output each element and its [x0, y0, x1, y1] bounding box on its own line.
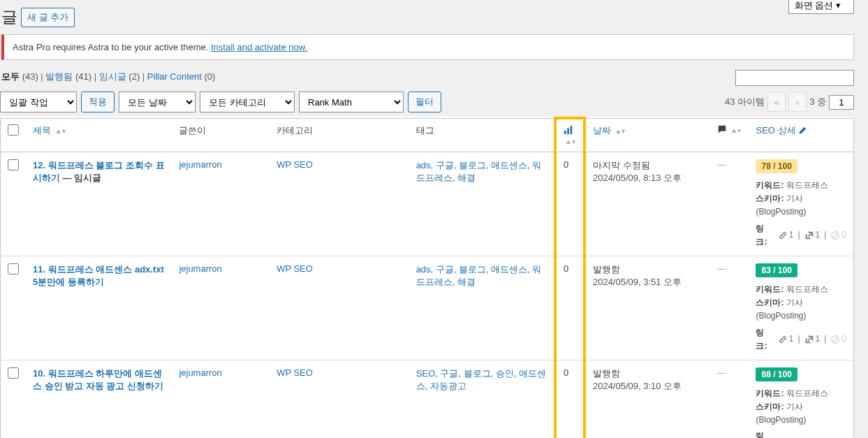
- svg-line-6: [833, 337, 838, 342]
- row-checkbox[interactable]: [8, 263, 19, 275]
- add-new-post-button[interactable]: 새 글 추가: [21, 8, 75, 27]
- screen-options-label: 화면 옵션: [795, 0, 834, 10]
- row-checkbox[interactable]: [8, 367, 19, 379]
- comments-count: —: [717, 159, 726, 170]
- search-input[interactable]: [735, 70, 854, 86]
- column-seo[interactable]: SEO 상세: [749, 118, 853, 152]
- internal-links: 1: [778, 228, 794, 242]
- seo-schema: 스키마: 기사 (BlogPosting): [756, 296, 846, 323]
- comments-count: —: [717, 263, 726, 274]
- seo-score-badge[interactable]: 78 / 100: [756, 159, 797, 173]
- item-count: 43 아이템: [725, 96, 765, 108]
- sort-icon: ▲▾: [730, 126, 741, 134]
- tags-links[interactable]: ads, 구글, 블로그, 애드센스, 워드프레스, 해결: [416, 160, 542, 183]
- prev-page-button[interactable]: ‹: [788, 92, 807, 112]
- svg-rect-1: [567, 128, 569, 134]
- seo-score-badge[interactable]: 88 / 100: [756, 367, 797, 381]
- post-state: — 임시글: [60, 173, 101, 183]
- apply-button[interactable]: 적용: [81, 92, 115, 112]
- filter-draft[interactable]: 임시글: [99, 71, 126, 82]
- filter-all[interactable]: 모두: [1, 71, 20, 82]
- select-all-checkbox[interactable]: [8, 124, 19, 136]
- category-filter-select[interactable]: 모든 카테고리: [200, 92, 295, 112]
- column-comments[interactable]: ▲▾: [710, 118, 749, 152]
- comment-icon: [717, 124, 727, 134]
- links-label: 링크:: [756, 430, 773, 438]
- column-title[interactable]: 제목 ▲▾: [26, 118, 172, 152]
- external-links: 1: [804, 228, 821, 242]
- category-link[interactable]: WP SEO: [277, 263, 313, 274]
- page-title: 글: [1, 6, 17, 28]
- stats-cell: 0: [555, 152, 584, 256]
- screen-options-button[interactable]: 화면 옵션 ▾: [788, 0, 854, 14]
- notice-text: Astra Pro requires Astra to be your acti…: [13, 42, 211, 52]
- tags-links[interactable]: SEO, 구글, 블로그, 승인, 애드센스, 자동광고: [416, 368, 546, 391]
- external-links: 1: [804, 333, 821, 346]
- seo-score-badge[interactable]: 83 / 100: [756, 263, 797, 277]
- date-filter-select[interactable]: 모든 날짜: [119, 92, 196, 112]
- tags-links[interactable]: ads, 구글, 블로그, 애드센스, 워드프레스, 해결: [416, 264, 542, 287]
- pencil-icon: [798, 125, 808, 135]
- sort-icon: ▲▾: [565, 138, 575, 145]
- stats-cell: 0: [555, 360, 584, 438]
- filter-pillar-count: (0): [205, 71, 216, 82]
- row-checkbox[interactable]: [8, 159, 19, 170]
- incoming-links: 0: [830, 333, 846, 346]
- first-page-button[interactable]: «: [767, 92, 786, 112]
- date-cell: 마지막 수정됨 2024/05/09, 8:13 오후: [584, 152, 710, 256]
- table-row: 10. 워드프레스 하루만에 애드센스 승인 받고 자동 광고 신청하기 jej…: [1, 360, 854, 438]
- bulk-action-select[interactable]: 일괄 작업: [0, 92, 77, 112]
- seo-keyword: 키워드: 워드프레스: [756, 283, 846, 296]
- column-author: 글쓴이: [172, 118, 270, 152]
- seo-schema: 스키마: 기사 (BlogPosting): [756, 400, 846, 427]
- post-status-filters: 모두 (43) | 발행됨 (41) | 임시글 (2) | Pillar Co…: [1, 71, 854, 83]
- author-link[interactable]: jejumarron: [179, 159, 221, 170]
- filter-all-count: (43): [22, 71, 38, 82]
- current-page-input[interactable]: [829, 95, 854, 110]
- astra-notice: Astra Pro requires Astra to be your acti…: [1, 34, 854, 60]
- total-pages: 3 중: [809, 96, 826, 108]
- filter-button[interactable]: 필터: [408, 92, 441, 112]
- filter-draft-count: (2): [128, 71, 140, 82]
- author-link[interactable]: jejumarron: [179, 263, 221, 274]
- column-category: 카테고리: [270, 118, 409, 152]
- sort-icon: ▲▾: [615, 127, 626, 135]
- internal-links: 1: [778, 333, 794, 346]
- column-tags: 태그: [409, 118, 555, 152]
- bar-chart-icon: [564, 125, 573, 135]
- links-label: 링크:: [756, 222, 773, 249]
- filter-published[interactable]: 발행됨: [45, 71, 73, 82]
- category-link[interactable]: WP SEO: [277, 367, 313, 378]
- install-activate-link[interactable]: Install and activate now.: [211, 42, 307, 52]
- seo-keyword: 키워드: 워드프레스: [756, 179, 846, 192]
- date-cell: 발행함 2024/05/09, 3:51 오후: [584, 256, 710, 360]
- author-link[interactable]: jejumarron: [179, 367, 221, 378]
- seo-keyword: 키워드: 워드프레스: [756, 387, 846, 400]
- column-stats[interactable]: ▲▾: [555, 118, 584, 152]
- stats-cell: 0: [555, 256, 584, 360]
- table-row: 11. 워드프레스 애드센스 adx.txt 5분만에 등록하기 jejumar…: [1, 256, 854, 360]
- comments-count: —: [717, 367, 726, 378]
- svg-rect-2: [571, 126, 573, 134]
- column-date[interactable]: 날짜 ▲▾: [584, 118, 710, 152]
- filter-published-count: (41): [75, 71, 91, 82]
- chevron-down-icon: ▾: [836, 0, 841, 10]
- date-cell: 발행함 2024/05/09, 3:10 오후: [584, 360, 710, 438]
- svg-rect-0: [564, 131, 566, 134]
- table-row: 12. 워드프레스 블로그 조회수 표시하기 — 임시글 jejumarron …: [1, 152, 854, 256]
- post-title-link[interactable]: 10. 워드프레스 하루만에 애드센스 승인 받고 자동 광고 신청하기: [33, 368, 163, 391]
- category-link[interactable]: WP SEO: [277, 159, 313, 170]
- post-title-link[interactable]: 11. 워드프레스 애드센스 adx.txt 5분만에 등록하기: [33, 264, 164, 287]
- links-label: 링크:: [756, 326, 773, 353]
- incoming-links: 0: [830, 228, 846, 242]
- sort-icon: ▲▾: [55, 127, 66, 135]
- rankmath-filter-select[interactable]: Rank Math: [299, 92, 404, 112]
- svg-line-4: [833, 233, 838, 238]
- filter-pillar[interactable]: Pillar Content: [147, 71, 202, 82]
- seo-schema: 스키마: 기사 (BlogPosting): [756, 192, 846, 219]
